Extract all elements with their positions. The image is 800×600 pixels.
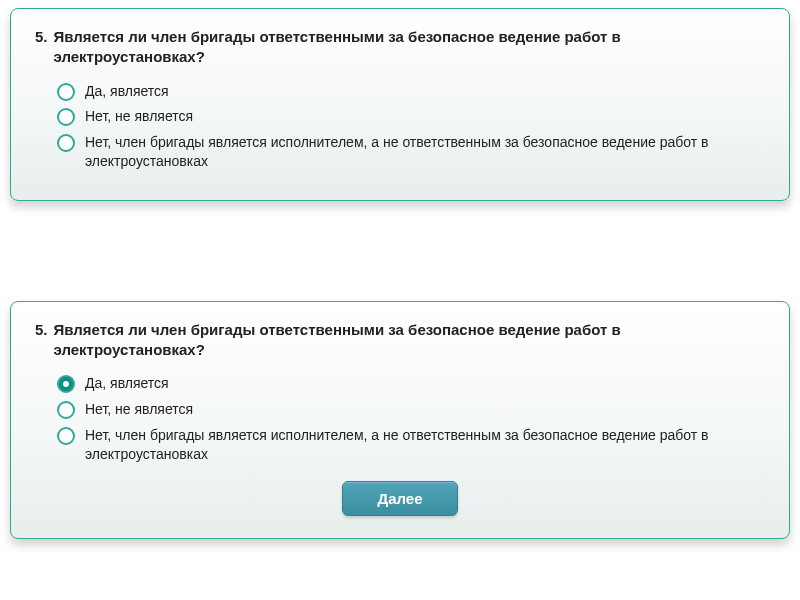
option-2[interactable]: Нет, не является: [57, 107, 765, 127]
question-card-1: 5. Является ли член бригады ответственны…: [10, 8, 790, 201]
question-text: 5. Является ли член бригады ответственны…: [35, 320, 765, 361]
option-2[interactable]: Нет, не является: [57, 400, 765, 420]
question-body: Является ли член бригады ответственными …: [54, 27, 765, 68]
radio-icon-selected: [57, 375, 75, 393]
question-body: Является ли член бригады ответственными …: [54, 320, 765, 361]
radio-icon: [57, 427, 75, 445]
next-button[interactable]: Далее: [342, 481, 457, 516]
radio-icon: [57, 108, 75, 126]
option-label: Нет, член бригады является исполнителем,…: [85, 133, 765, 172]
question-card-2: 5. Является ли член бригады ответственны…: [10, 301, 790, 539]
question-text: 5. Является ли член бригады ответственны…: [35, 27, 765, 68]
question-number: 5.: [35, 320, 48, 361]
options-list: Да, является Нет, не является Нет, член …: [35, 82, 765, 172]
option-label: Да, является: [85, 374, 169, 394]
option-1[interactable]: Да, является: [57, 374, 765, 394]
option-label: Нет, не является: [85, 107, 193, 127]
option-1[interactable]: Да, является: [57, 82, 765, 102]
button-row: Далее: [35, 481, 765, 516]
options-list: Да, является Нет, не является Нет, член …: [35, 374, 765, 464]
radio-icon: [57, 401, 75, 419]
option-3[interactable]: Нет, член бригады является исполнителем,…: [57, 426, 765, 465]
option-label: Нет, не является: [85, 400, 193, 420]
radio-icon: [57, 83, 75, 101]
question-number: 5.: [35, 27, 48, 68]
option-label: Нет, член бригады является исполнителем,…: [85, 426, 765, 465]
radio-icon: [57, 134, 75, 152]
option-3[interactable]: Нет, член бригады является исполнителем,…: [57, 133, 765, 172]
option-label: Да, является: [85, 82, 169, 102]
